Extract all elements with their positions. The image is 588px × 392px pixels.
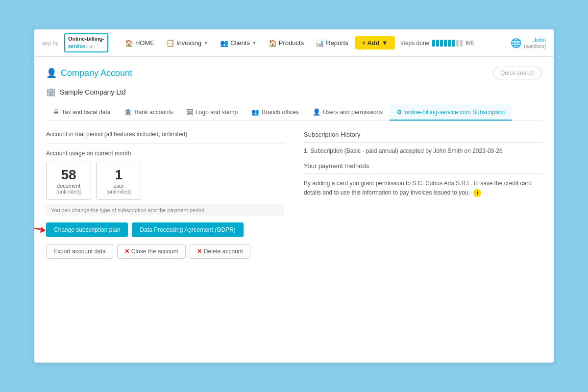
doc-limit: [unlimited] (56, 189, 81, 195)
tab-branch[interactable]: 👥 Branch offices (245, 104, 306, 121)
clients-dropdown-arrow: ▼ (252, 40, 257, 46)
step-bar-4 (444, 40, 447, 47)
clients-icon: 👥 (220, 39, 228, 47)
products-icon: 🏠 (269, 39, 277, 47)
branch-icon: 👥 (251, 108, 259, 116)
user-type: user (106, 183, 131, 189)
delete-x-icon: ✕ (197, 248, 202, 255)
building-icon: 🏢 (46, 87, 56, 97)
main-content: Account in trial period (all features in… (46, 131, 542, 266)
quick-search-input[interactable]: Quick search (493, 67, 542, 79)
step-bar-3 (440, 40, 443, 47)
tab-tax[interactable]: 🏛 Tax and fiscal data (46, 104, 117, 121)
invoicing-dropdown-arrow: ▼ (203, 40, 208, 46)
right-panel: Subscription History 1. Subscription (Ba… (304, 131, 542, 266)
page-title-row: 👤 Company Account Quick search (46, 67, 542, 79)
tab-bank[interactable]: 🏦 Bank accounts (117, 104, 180, 121)
home-icon: 🏠 (125, 39, 133, 47)
nav-clients[interactable]: 👥 Clients ▼ (215, 36, 262, 50)
svg-marker-0 (40, 227, 46, 233)
secondary-actions-row: Export account data ✕ Close the account … (46, 244, 284, 259)
user-name[interactable]: John (sandbox) (524, 37, 546, 49)
payment-info: By adding a card you grant permission to… (304, 179, 542, 197)
tab-users[interactable]: 👤 Users and permissions (306, 104, 390, 121)
close-x-icon: ✕ (124, 248, 129, 255)
nav-home[interactable]: 🏠 HOME (120, 36, 159, 50)
trial-notice: Account in trial period (all features in… (46, 131, 284, 144)
primary-actions-row: Change subscription plan Data Processing… (46, 222, 284, 237)
bank-icon: 🏦 (124, 108, 132, 116)
logo-service: service (68, 44, 85, 49)
export-button[interactable]: Export account data (46, 244, 113, 259)
usage-label: Account usage on current month (46, 150, 284, 157)
nav-reports[interactable]: 📊 Reports (311, 36, 353, 50)
red-arrow (34, 220, 51, 240)
steps-done: steps done 6/8 (401, 40, 474, 47)
tabs-row: 🏛 Tax and fiscal data 🏦 Bank accounts 🖼 … (46, 104, 542, 121)
step-bar-1 (432, 40, 435, 47)
logo-com: .com (85, 44, 95, 49)
step-bar-5 (448, 40, 451, 47)
subscription-icon: ⚙ (396, 108, 402, 116)
info-icon: i (473, 189, 481, 197)
payment-methods-title: Your payment methods (304, 162, 542, 174)
subscription-history-title: Subscription History (304, 131, 542, 143)
usage-boxes: 58 document [unlimited] 1 user [unlimite… (46, 162, 284, 200)
step-bar-2 (436, 40, 439, 47)
change-notice: You can change the type of subscription … (46, 205, 284, 216)
top-navigation: app by Online-billing- service.com 🏠 HOM… (34, 29, 554, 57)
gdpr-button[interactable]: Data Processing Agreement (GDPR) (132, 222, 243, 237)
doc-type: document (56, 183, 81, 189)
company-icon: 👤 (46, 68, 57, 78)
delete-account-button[interactable]: ✕ Delete account (190, 244, 250, 259)
app-by-label: app by (42, 40, 58, 46)
add-dropdown-arrow: ▼ (382, 39, 388, 47)
steps-bars (432, 40, 463, 47)
nav-invoicing[interactable]: 📋 Invoicing ▼ (161, 36, 213, 50)
step-bar-6 (452, 40, 455, 47)
close-account-button[interactable]: ✕ Close the account (117, 244, 186, 259)
user-usage-box: 1 user [unlimited] (96, 162, 141, 200)
doc-count: 58 (56, 167, 81, 183)
tab-subscription[interactable]: ⚙ online-billing-service.com Subscriptio… (390, 104, 512, 121)
company-name: Sample Company Ltd (60, 88, 126, 96)
logo[interactable]: Online-billing- service.com (64, 33, 108, 52)
reports-icon: 📊 (316, 39, 324, 47)
user-limit: [unlimited] (106, 189, 131, 195)
logo-stamp-icon: 🖼 (187, 108, 193, 116)
globe-icon: 🌐 (511, 38, 521, 49)
page-title: 👤 Company Account (46, 68, 132, 78)
company-row: 🏢 Sample Company Ltd (46, 87, 542, 97)
doc-usage-box: 58 document [unlimited] (46, 162, 91, 200)
tax-icon: 🏛 (53, 108, 59, 116)
step-bar-8 (460, 40, 463, 47)
content-area: 👤 Company Account Quick search 🏢 Sample … (34, 57, 554, 363)
user-count: 1 (106, 167, 131, 183)
user-section: 🌐 John (sandbox) (511, 37, 546, 49)
left-panel: Account in trial period (all features in… (46, 131, 284, 266)
tab-logo[interactable]: 🖼 Logo and stamp (180, 104, 245, 121)
step-bar-7 (456, 40, 459, 47)
users-icon: 👤 (313, 108, 320, 116)
change-subscription-button[interactable]: Change subscription plan (46, 222, 128, 237)
add-button[interactable]: + Add ▼ (355, 36, 395, 49)
nav-items: 🏠 HOME 📋 Invoicing ▼ 👥 Clients ▼ 🏠 Produ… (120, 36, 507, 50)
history-item: 1. Subscription (Basic - paid annual) ac… (304, 147, 542, 154)
logo-text-top: Online-billing- (68, 36, 104, 42)
invoicing-icon: 📋 (166, 39, 174, 47)
nav-products[interactable]: 🏠 Products (264, 36, 309, 50)
